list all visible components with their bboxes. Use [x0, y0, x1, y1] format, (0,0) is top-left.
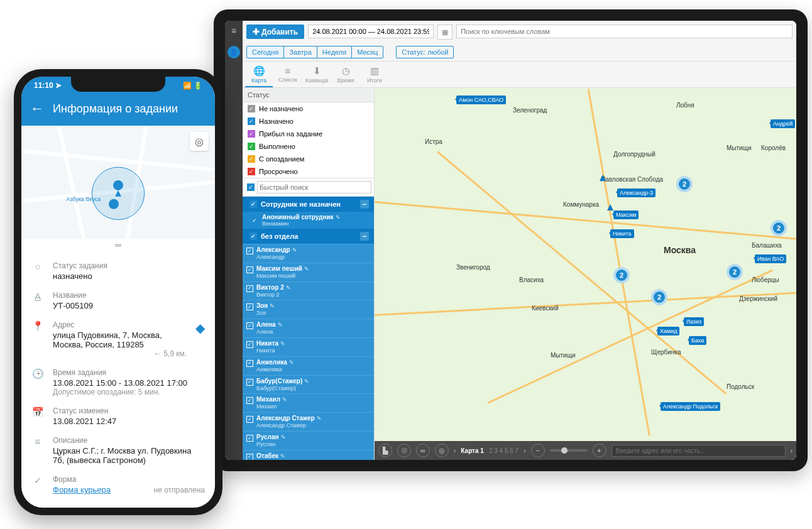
group-checkbox[interactable]: ✓: [250, 232, 257, 240]
status-filter-row[interactable]: ✓Выполнено: [243, 140, 374, 153]
checkbox-icon[interactable]: ✓: [246, 303, 253, 310]
group-no-dept[interactable]: ✓ без отдела −: [243, 229, 374, 244]
tab-team[interactable]: ⬇Команда: [303, 64, 331, 87]
checkbox-icon[interactable]: ✓: [246, 266, 253, 273]
employee-row[interactable]: ✓Максим пеший✎Максим пеший: [243, 263, 374, 281]
checkbox-icon[interactable]: ✓: [246, 360, 253, 367]
worker-badge[interactable]: Александр Подольск: [661, 402, 720, 411]
checkbox-icon[interactable]: ✓: [248, 105, 255, 112]
checkbox-icon[interactable]: ✓: [246, 379, 253, 386]
checkbox-icon[interactable]: ✓: [246, 397, 253, 404]
period-week[interactable]: Неделя: [317, 46, 352, 58]
collapse-icon[interactable]: −: [360, 232, 369, 241]
share-icon[interactable]: ∞: [416, 444, 430, 457]
worker-badge[interactable]: Хамид: [657, 327, 679, 335]
checkbox-icon[interactable]: ✓: [248, 130, 255, 138]
employee-row[interactable]: ✓Александр✎Александр: [243, 244, 374, 263]
employee-row[interactable]: ✓Бабур(Стажер)✎Бабур(Стажер): [243, 375, 374, 394]
edit-icon[interactable]: ✎: [286, 285, 291, 291]
status-filter-chip[interactable]: Статус: любой: [396, 46, 454, 58]
status-filter-row[interactable]: ✓Не назначено: [243, 102, 374, 115]
worker-badge[interactable]: Андрей: [771, 119, 795, 128]
user-avatar-icon[interactable]: 👤: [228, 46, 240, 58]
back-icon[interactable]: ←: [30, 101, 44, 117]
search-input[interactable]: [456, 25, 793, 38]
address-input[interactable]: [612, 445, 786, 457]
go-icon[interactable]: ›: [791, 447, 793, 454]
form-link[interactable]: Форма курьера: [53, 485, 111, 494]
checkbox-icon[interactable]: ✓: [248, 168, 255, 175]
checkbox-icon[interactable]: ✓: [246, 322, 253, 329]
worker-badge[interactable]: Никита: [610, 229, 634, 238]
locate-icon[interactable]: ◎: [435, 444, 449, 457]
employee-row[interactable]: ✓Анжелика✎Анжелика: [243, 356, 374, 375]
edit-icon[interactable]: ✎: [304, 266, 309, 272]
edit-icon[interactable]: ✎: [317, 415, 322, 422]
calendar-icon[interactable]: ▦: [437, 25, 453, 40]
edit-icon[interactable]: ✎: [292, 247, 297, 253]
traffic-icon[interactable]: ⦾: [397, 444, 411, 457]
employee-row[interactable]: ✓Руслан✎Руслан: [243, 431, 374, 450]
checkbox-icon[interactable]: ✓: [246, 341, 253, 348]
map-cluster[interactable]: 2: [676, 176, 693, 192]
period-today[interactable]: Сегодня: [247, 46, 284, 58]
select-all-checkbox[interactable]: ✓: [247, 183, 255, 191]
employee-row[interactable]: ✓Александр Стажер✎Александр Стажер: [243, 412, 374, 431]
edit-icon[interactable]: ✎: [304, 378, 309, 384]
status-filter-row[interactable]: ✓Просрочено: [243, 165, 374, 178]
date-range-input[interactable]: [308, 25, 434, 38]
tab-list[interactable]: ≡Список: [274, 64, 302, 87]
tab-results[interactable]: ▥Итоги: [361, 64, 388, 87]
checkbox-icon[interactable]: ✓: [246, 416, 253, 423]
edit-icon[interactable]: ✎: [278, 322, 283, 328]
status-filter-row[interactable]: ✓Назначено: [243, 115, 374, 128]
edit-icon[interactable]: ✎: [281, 434, 286, 440]
quick-search-input[interactable]: [257, 181, 371, 194]
worker-badge[interactable]: Максим: [613, 210, 639, 219]
worker-badge[interactable]: Иван ВАО: [755, 254, 786, 263]
employee-row[interactable]: ✓Виктор 2✎Виктор 2: [243, 281, 374, 300]
ruler-icon[interactable]: ▙: [378, 444, 392, 457]
edit-icon[interactable]: ✎: [280, 453, 285, 459]
tab-time[interactable]: ◷Время: [332, 64, 359, 87]
edit-icon[interactable]: ✎: [282, 396, 287, 403]
employee-row[interactable]: ✓Алена✎Алена: [243, 319, 374, 337]
checkbox-icon[interactable]: ✓: [246, 285, 253, 292]
locate-button[interactable]: ◎: [190, 132, 209, 151]
map-canvas[interactable]: Москва Зеленоград Истра Коммунарка Звени…: [375, 88, 796, 460]
employee-row[interactable]: ✓Никита✎Никита: [243, 337, 374, 356]
worker-badge[interactable]: Баха: [689, 336, 706, 345]
collapse-icon[interactable]: −: [360, 200, 369, 209]
checkbox-icon[interactable]: ✓: [246, 248, 253, 254]
worker-badge[interactable]: Лазиз: [684, 317, 704, 326]
edit-icon[interactable]: ✎: [289, 359, 294, 366]
worker-badge[interactable]: Амон САО,СВАО: [456, 95, 506, 104]
edit-icon[interactable]: ✎: [336, 214, 341, 221]
menu-icon[interactable]: ≡: [228, 25, 240, 37]
zoom-in-icon[interactable]: +: [593, 444, 606, 457]
period-tomorrow[interactable]: Завтра: [284, 46, 317, 58]
directions-icon[interactable]: ◆: [195, 320, 205, 358]
map-cluster[interactable]: 2: [771, 220, 787, 236]
group-checkbox[interactable]: ✓: [251, 217, 258, 224]
edit-icon[interactable]: ✎: [280, 341, 285, 347]
group-unassigned[interactable]: ✓ Сотрудник не назначен −: [243, 197, 374, 212]
phone-map[interactable]: Азбука Вкуса ◎: [21, 126, 215, 239]
period-month[interactable]: Месяц: [352, 46, 383, 58]
chevron-left-icon[interactable]: ‹: [454, 447, 456, 454]
edit-icon[interactable]: ✎: [270, 303, 275, 309]
checkbox-icon[interactable]: ✓: [246, 435, 253, 442]
employee-row[interactable]: ✓Михаил✎Михаил: [243, 393, 374, 412]
page-numbers[interactable]: 2 3 4 5 6 7: [489, 447, 518, 454]
checkbox-icon[interactable]: ✓: [248, 143, 255, 150]
employee-row[interactable]: ✓Отабек✎Отабек: [243, 450, 374, 460]
group-checkbox[interactable]: ✓: [250, 200, 257, 208]
status-filter-row[interactable]: ✓С опозданием: [243, 153, 374, 165]
checkbox-icon[interactable]: ✓: [246, 454, 253, 460]
zoom-out-icon[interactable]: −: [531, 444, 545, 457]
chevron-right-icon[interactable]: ›: [524, 447, 525, 454]
checkbox-icon[interactable]: ✓: [248, 155, 255, 163]
tab-map[interactable]: 🌐Карта: [245, 64, 273, 87]
add-button[interactable]: Добавить: [246, 25, 304, 39]
group-anon[interactable]: ✓ Анонимный сотрудник✎Вениамин: [243, 212, 374, 229]
